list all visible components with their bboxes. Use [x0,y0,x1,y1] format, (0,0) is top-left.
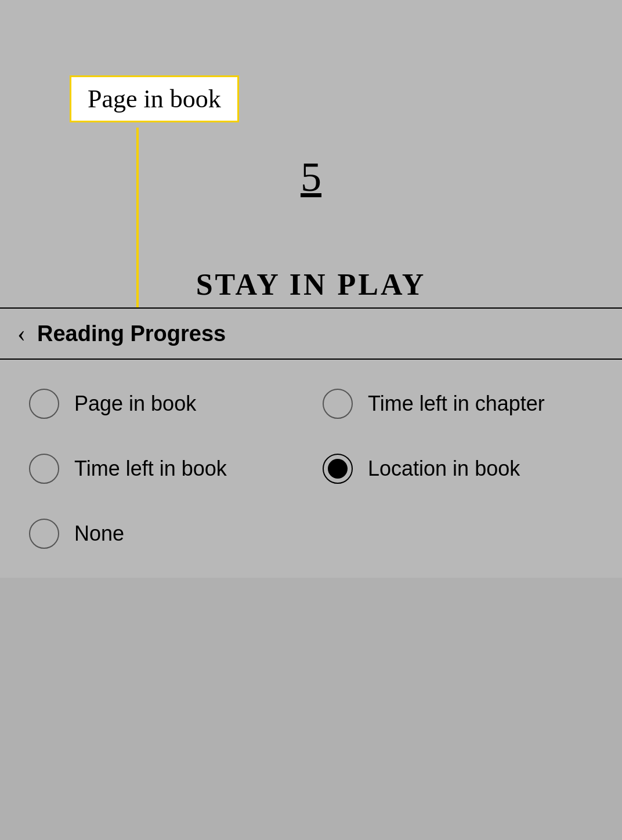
radio-circle-time-left-chapter[interactable] [323,389,353,419]
header-bar: ‹ Reading Progress [0,307,622,360]
option-time-left-book[interactable]: Time left in book [29,454,299,484]
option-location-in-book[interactable]: Location in book [323,454,593,484]
book-title-partial: STAY IN PLAY [196,267,426,302]
radio-label-time-left-book: Time left in book [74,457,227,481]
settings-panel: Page in book Time left in chapter Time l… [0,360,622,578]
option-page-in-book[interactable]: Page in book [29,389,299,419]
radio-circle-location-in-book[interactable] [323,454,353,484]
radio-circle-page-in-book[interactable] [29,389,59,419]
radio-options-grid: Page in book Time left in chapter Time l… [29,389,593,484]
option-time-left-chapter[interactable]: Time left in chapter [323,389,593,419]
radio-label-location-in-book: Location in book [368,457,520,481]
radio-circle-time-left-book[interactable] [29,454,59,484]
radio-label-time-left-chapter: Time left in chapter [368,392,545,416]
back-button[interactable]: ‹ [17,321,26,346]
option-none[interactable]: None [29,519,593,549]
radio-label-page-in-book: Page in book [74,392,196,416]
radio-circle-none[interactable] [29,519,59,549]
tooltip-label: Page in book [88,85,221,113]
tooltip-box: Page in book [70,75,239,122]
page-number: 5 [301,153,321,201]
radio-label-none: None [74,522,124,546]
header-title: Reading Progress [37,321,226,346]
book-reader-area: Page in book 5 STAY IN PLAY [0,0,622,307]
